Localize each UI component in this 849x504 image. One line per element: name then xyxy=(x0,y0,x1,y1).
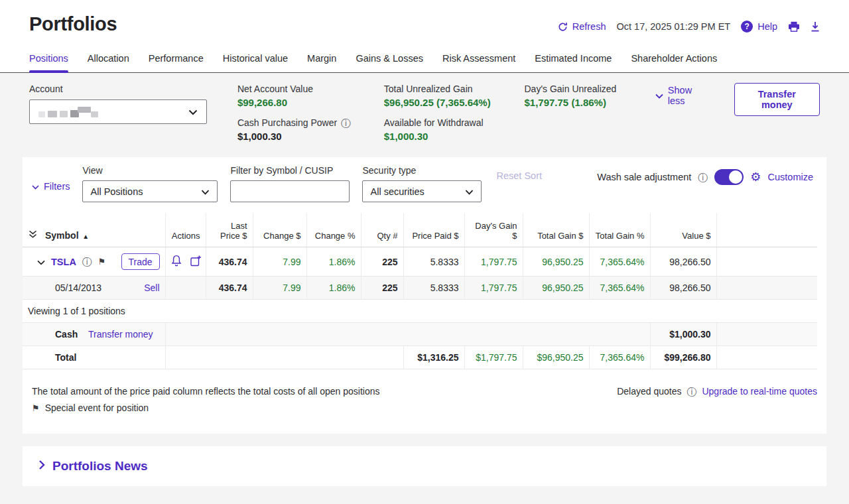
footnotes-right: Delayed quotes ⓘ Upgrade to real-time qu… xyxy=(617,386,817,397)
table-header-row: Symbol ▲ Actions Last Price $ Change $ C… xyxy=(23,213,817,247)
wash-sale-label: Wash sale adjustment xyxy=(597,172,691,182)
security-type-select[interactable]: All securities xyxy=(362,180,482,202)
show-less-label: Show less xyxy=(668,85,706,106)
help-button[interactable]: ? Help xyxy=(741,21,777,32)
cell-empty xyxy=(716,247,817,277)
info-icon[interactable]: ⓘ xyxy=(82,257,92,267)
wash-sale-group: Wash sale adjustment ⓘ ⚙ Customize xyxy=(597,169,813,185)
column-header-price-paid[interactable]: Price Paid $ xyxy=(403,213,464,247)
cell-qty: 225 xyxy=(361,247,403,277)
tab-gains-losses[interactable]: Gains & Losses xyxy=(356,53,423,72)
account-select-group: Account xyxy=(29,83,207,124)
info-icon[interactable]: ⓘ xyxy=(698,172,708,182)
column-header-value[interactable]: Value $ xyxy=(650,213,716,247)
gear-icon[interactable]: ⚙ xyxy=(750,171,761,183)
tab-performance[interactable]: Performance xyxy=(149,53,204,72)
cell-total-gain: 96,950.25 xyxy=(523,247,589,277)
print-button[interactable] xyxy=(788,21,800,32)
filters-label: Filters xyxy=(44,181,70,192)
cell-change: 7.99 xyxy=(253,247,306,277)
info-icon[interactable]: ⓘ xyxy=(341,118,351,128)
filters-toggle[interactable]: Filters xyxy=(32,181,70,192)
tab-shareholder-actions[interactable]: Shareholder Actions xyxy=(631,53,717,72)
sort-ascending-icon: ▲ xyxy=(82,233,89,240)
refresh-label: Refresh xyxy=(572,21,606,32)
portfolios-news-section[interactable]: Portfolios News xyxy=(23,446,826,486)
chevron-down-icon xyxy=(201,186,210,197)
topbar: Portfolios Refresh Oct 17, 2025 01:29 PM… xyxy=(0,0,849,35)
symbol-link[interactable]: TSLA xyxy=(51,257,76,267)
metrics-column-2: Total Unrealized Gain $96,950.25 (7,365.… xyxy=(384,83,495,142)
sell-link[interactable]: Sell xyxy=(144,283,159,293)
cell-empty xyxy=(165,277,206,300)
filters-row: Filters View All Positions Filter by Sym… xyxy=(23,157,826,213)
refresh-button[interactable]: Refresh xyxy=(558,21,606,32)
trade-button[interactable]: Trade xyxy=(122,254,159,269)
collapse-row-icon[interactable] xyxy=(37,257,45,267)
metrics-column-3: Day's Gain Unrealized $1,797.75 (1.86%) xyxy=(524,83,625,108)
portfolios-news-title: Portfolios News xyxy=(52,459,148,473)
column-header-days-gain[interactable]: Day's Gain $ xyxy=(464,213,523,247)
tab-historical-value[interactable]: Historical value xyxy=(223,53,288,72)
days-gain-unrealized: Day's Gain Unrealized $1,797.75 (1.86%) xyxy=(524,83,625,108)
view-select[interactable]: All Positions xyxy=(82,180,218,202)
metrics-column-1: Net Account Value $99,266.80 Cash Purcha… xyxy=(237,83,355,142)
tab-risk-assessment[interactable]: Risk Assessment xyxy=(442,53,515,72)
security-type-select-value: All securities xyxy=(370,186,424,197)
column-header-change-pct[interactable]: Change % xyxy=(306,213,361,247)
content-area: Account Net Account Value $99,266.80 Cas… xyxy=(0,73,849,504)
trade-split-button: Trade xyxy=(121,253,160,270)
column-header-actions[interactable]: Actions xyxy=(165,213,206,247)
add-to-watchlist-button[interactable] xyxy=(190,255,202,269)
tab-allocation[interactable]: Allocation xyxy=(88,53,129,72)
reset-sort-button[interactable]: Reset Sort xyxy=(496,170,542,181)
available-for-withdrawal-label: Available for Withdrawal xyxy=(384,117,484,128)
symbol-filter-input[interactable] xyxy=(230,180,350,202)
column-header-symbol-label: Symbol xyxy=(45,230,79,241)
security-type-label: Security type xyxy=(362,165,482,176)
tab-positions[interactable]: Positions xyxy=(29,53,68,72)
view-select-value: All Positions xyxy=(90,186,143,197)
column-header-qty[interactable]: Qty # xyxy=(361,213,403,247)
chevron-down-icon xyxy=(465,186,474,197)
positions-table: Symbol ▲ Actions Last Price $ Change $ C… xyxy=(23,213,817,369)
delayed-quotes-label: Delayed quotes xyxy=(617,386,681,397)
cell-empty xyxy=(716,323,817,346)
cash-purchasing-power-label: Cash Purchasing Power xyxy=(237,117,337,128)
column-header-symbol[interactable]: Symbol ▲ xyxy=(23,213,165,247)
cash-row: Cash Transfer money $1,000.30 xyxy=(23,323,817,346)
column-header-total-gain[interactable]: Total Gain $ xyxy=(523,213,589,247)
cell-change-pct: 1.86% xyxy=(306,247,361,277)
transfer-money-link[interactable]: Transfer money xyxy=(88,329,153,340)
symbol-filter-label: Filter by Symbol / CUSIP xyxy=(230,165,350,176)
total-unrealized-gain-label: Total Unrealized Gain xyxy=(384,84,473,94)
column-header-change[interactable]: Change $ xyxy=(253,213,306,247)
show-less-toggle[interactable]: Show less xyxy=(655,85,706,106)
chevron-down-icon xyxy=(655,90,663,101)
download-button[interactable] xyxy=(811,21,820,32)
column-header-total-gain-pct[interactable]: Total Gain % xyxy=(589,213,650,247)
lot-price-paid: 5.8333 xyxy=(403,277,464,300)
days-gain-unrealized-amount: $1,797.75 (1.86%) xyxy=(524,97,625,108)
account-summary: Account Net Account Value $99,266.80 Cas… xyxy=(0,73,849,154)
cell-empty xyxy=(716,346,817,369)
total-unrealized-gain: Total Unrealized Gain $96,950.25 (7,365.… xyxy=(384,83,495,108)
account-dropdown[interactable] xyxy=(29,99,207,124)
trade-menu-button[interactable] xyxy=(159,254,160,269)
expand-all-icon[interactable] xyxy=(28,230,38,241)
lot-qty: 225 xyxy=(361,277,403,300)
footnotes-left: The total amount of the price paid colum… xyxy=(32,386,380,419)
viewing-row: Viewing 1 of 1 positions xyxy=(23,300,817,323)
column-header-last-price[interactable]: Last Price $ xyxy=(206,213,253,247)
tab-margin[interactable]: Margin xyxy=(307,53,336,72)
help-icon: ? xyxy=(741,21,753,32)
set-alert-button[interactable] xyxy=(171,255,182,269)
customize-button[interactable]: Customize xyxy=(768,172,814,182)
info-icon[interactable]: ⓘ xyxy=(686,387,696,397)
upgrade-quotes-link[interactable]: Upgrade to real-time quotes xyxy=(702,386,817,397)
tab-estimated-income[interactable]: Estimated Income xyxy=(535,53,612,72)
transfer-money-button[interactable]: Transfer money xyxy=(734,83,820,116)
wash-sale-toggle[interactable] xyxy=(714,169,744,185)
chevron-down-icon xyxy=(188,106,198,118)
lot-days-gain: 1,797.75 xyxy=(464,277,523,300)
